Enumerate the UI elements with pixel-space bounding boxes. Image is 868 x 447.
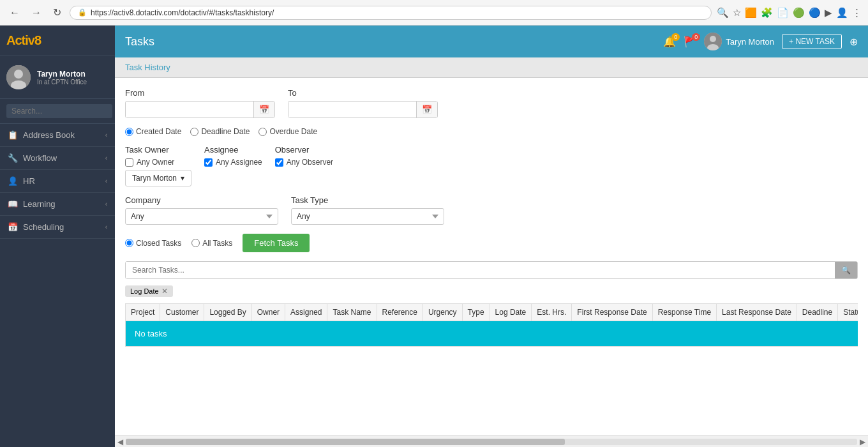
log-date-tag-label: Log Date [130, 287, 159, 295]
ext-btn6[interactable]: ▶ [825, 7, 832, 19]
scheduling-icon: 📅 [8, 222, 18, 232]
share-button[interactable]: ⊕ [849, 36, 858, 48]
search-tasks-button[interactable]: 🔍 [835, 262, 857, 278]
col-urgency: Urgency [423, 304, 462, 321]
to-date-input[interactable] [288, 102, 416, 117]
search-bar: 🔍 [125, 261, 858, 279]
any-assignee-label: Any Assignee [216, 158, 262, 167]
search-browser-btn[interactable]: 🔍 [717, 7, 729, 19]
col-log-date: Log Date [490, 304, 532, 321]
lock-icon: 🔒 [78, 8, 87, 17]
all-tasks-radio-label[interactable]: All Tasks [191, 239, 232, 248]
any-observer-label: Any Observer [287, 158, 333, 167]
deadline-date-radio-label[interactable]: Deadline Date [190, 127, 250, 136]
task-owner-label: Task Owner [125, 145, 191, 155]
workflow-icon: 🔧 [8, 153, 18, 163]
breadcrumb[interactable]: Task History [125, 63, 170, 72]
company-group: Company Any [125, 195, 278, 225]
to-label: To [288, 88, 438, 98]
scheduling-chevron-icon: ‹ [105, 224, 107, 231]
all-tasks-label: All Tasks [202, 239, 232, 248]
overdue-date-radio-label[interactable]: Overdue Date [258, 127, 317, 136]
header-username: Taryn Morton [726, 37, 774, 47]
notifications-button[interactable]: 🔔 0 [663, 36, 676, 48]
table-body: No tasks [126, 321, 858, 347]
url-bar: 🔒 https://activ8.dotactiv.com/dotactiv/#… [70, 6, 712, 20]
any-assignee-checkbox[interactable] [204, 158, 213, 167]
ext-btn5[interactable]: 🔵 [809, 7, 821, 19]
sidebar-search-input[interactable] [6, 104, 112, 118]
search-icon: 🔍 [841, 266, 851, 275]
sidebar-item-workflow-label: Workflow [23, 153, 57, 163]
sidebar-item-workflow[interactable]: 🔧 Workflow ‹ [0, 147, 115, 170]
from-date-input[interactable] [126, 102, 253, 117]
any-owner-checkbox-label[interactable]: Any Owner [125, 158, 191, 167]
log-date-tag-remove[interactable]: ✕ [161, 287, 168, 296]
ext-btn4[interactable]: 🟢 [793, 7, 805, 19]
from-calendar-icon[interactable]: 📅 [253, 102, 274, 117]
menu-btn[interactable]: ⋮ [852, 7, 862, 19]
notifications-badge: 0 [671, 33, 680, 41]
address-book-icon: 📋 [8, 130, 18, 140]
col-customer: Customer [160, 304, 204, 321]
scroll-left-arrow[interactable]: ◀ [117, 437, 123, 446]
messages-badge: 0 [692, 33, 700, 41]
col-logged-by: Logged By [204, 304, 251, 321]
to-calendar-icon[interactable]: 📅 [416, 102, 437, 117]
to-group: To 📅 [288, 88, 438, 118]
col-task-name: Task Name [327, 304, 377, 321]
date-range-row: From 📅 To 📅 [125, 88, 858, 118]
svg-point-4 [710, 36, 716, 42]
ext-btn2[interactable]: 🧩 [761, 7, 773, 19]
star-btn[interactable]: ☆ [733, 7, 741, 19]
sidebar-item-address-book-left: 📋 Address Book [8, 130, 75, 140]
closed-tasks-radio-label[interactable]: Closed Tasks [125, 239, 181, 248]
col-project: Project [126, 304, 160, 321]
any-observer-checkbox-label[interactable]: Any Observer [275, 158, 333, 167]
overdue-date-label: Overdue Date [269, 127, 317, 136]
assignee-group: Assignee Any Assignee [204, 145, 262, 167]
company-select[interactable]: Any [125, 208, 278, 225]
fetch-tasks-button[interactable]: Fetch Tasks [243, 234, 310, 252]
forward-button[interactable]: → [28, 6, 45, 20]
owner-assignee-row: Task Owner Any Owner Taryn Morton ▾ Assi… [125, 145, 858, 186]
col-type: Type [462, 304, 490, 321]
sidebar-item-address-book[interactable]: 📋 Address Book ‹ [0, 124, 115, 147]
messages-button[interactable]: 🚩 0 [684, 36, 696, 48]
user-profile-btn[interactable]: 👤 [836, 7, 848, 19]
back-button[interactable]: ← [6, 6, 23, 20]
new-task-button[interactable]: + NEW TASK [782, 34, 842, 49]
task-type-select[interactable]: Any [291, 208, 444, 225]
scroll-right-arrow[interactable]: ▶ [860, 437, 865, 446]
observer-group: Observer Any Observer [275, 145, 333, 167]
task-table: Project Customer Logged By Owner Assigne… [125, 303, 858, 347]
deadline-date-radio[interactable] [190, 128, 198, 136]
col-deadline: Deadline [797, 304, 837, 321]
overdue-date-radio[interactable] [258, 128, 267, 136]
task-owner-dropdown[interactable]: Taryn Morton ▾ [125, 170, 191, 186]
scroll-track[interactable] [126, 439, 857, 445]
any-observer-checkbox[interactable] [275, 158, 283, 167]
url-text: https://activ8.dotactiv.com/dotactiv/#/t… [91, 8, 274, 17]
all-tasks-radio[interactable] [191, 239, 200, 247]
search-tasks-input[interactable] [126, 262, 835, 278]
fetch-tasks-label: Fetch Tasks [254, 238, 298, 248]
profile-info: Taryn Morton In at CPTN Office [37, 70, 87, 86]
sidebar-item-learning[interactable]: 📖 Learning ‹ [0, 193, 115, 216]
created-date-radio-label[interactable]: Created Date [125, 127, 181, 136]
created-date-radio[interactable] [125, 128, 133, 136]
main-content: Tasks 🔔 0 🚩 0 [115, 26, 868, 447]
address-book-chevron-icon: ‹ [105, 132, 107, 139]
reload-button[interactable]: ↻ [50, 5, 64, 20]
table-header-row: Project Customer Logged By Owner Assigne… [126, 304, 858, 321]
sidebar-item-hr[interactable]: 👤 HR ‹ [0, 170, 115, 193]
closed-tasks-radio[interactable] [125, 239, 133, 247]
sidebar-item-scheduling[interactable]: 📅 Scheduling ‹ [0, 216, 115, 239]
ext-btn1[interactable]: 🟧 [745, 7, 757, 19]
header-actions: 🔔 0 🚩 0 Taryn Morton [663, 33, 858, 50]
ext-btn3[interactable]: 📄 [777, 7, 789, 19]
scroll-thumb[interactable] [126, 439, 565, 445]
any-assignee-checkbox-label[interactable]: Any Assignee [204, 158, 262, 167]
any-owner-checkbox[interactable] [125, 158, 133, 167]
col-response-time: Response Time [652, 304, 716, 321]
